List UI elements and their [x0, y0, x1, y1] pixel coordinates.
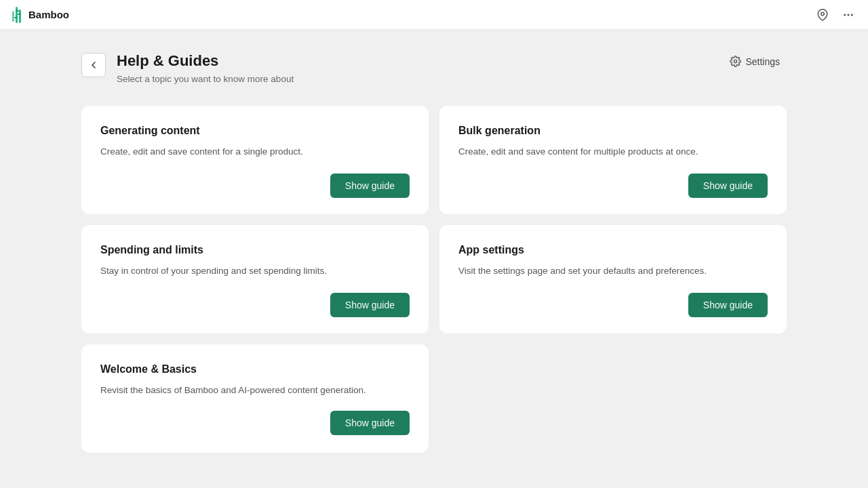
card-footer: Show guide [100, 174, 410, 198]
svg-point-9 [851, 14, 853, 16]
svg-point-8 [848, 14, 850, 16]
app-name: Bamboo [28, 9, 69, 20]
page-header: Help & Guides Select a topic you want to… [81, 52, 787, 84]
cards-grid: Generating content Create, edit and save… [81, 106, 787, 453]
card-footer: Show guide [458, 293, 768, 317]
svg-rect-4 [18, 14, 21, 15]
more-options-button[interactable] [840, 6, 857, 24]
page-title: Help & Guides [117, 52, 294, 71]
card-generating-content: Generating content Create, edit and save… [81, 106, 429, 214]
svg-rect-3 [16, 10, 19, 12]
card-title: Welcome & Basics [100, 363, 410, 375]
card-title: App settings [458, 244, 768, 256]
gear-icon [730, 56, 741, 67]
more-icon [842, 9, 854, 21]
card-description: Stay in control of your spending and set… [100, 264, 410, 278]
svg-rect-0 [16, 7, 18, 23]
back-arrow-icon [88, 60, 99, 70]
card-content: Generating content Create, edit and save… [100, 125, 410, 159]
page-subtitle: Select a topic you want to know more abo… [117, 74, 294, 84]
show-guide-button-spending-limits[interactable]: Show guide [330, 293, 410, 317]
back-button[interactable] [81, 53, 106, 77]
card-spending-and-limits: Spending and limits Stay in control of y… [81, 225, 429, 333]
card-content: App settings Visit the settings page and… [458, 244, 768, 278]
svg-rect-5 [14, 17, 18, 18]
card-bulk-generation: Bulk generation Create, edit and save co… [439, 106, 787, 214]
settings-label: Settings [745, 56, 780, 67]
card-footer: Show guide [100, 293, 410, 317]
svg-point-6 [821, 12, 825, 16]
pin-button[interactable] [814, 6, 831, 24]
svg-rect-1 [19, 9, 21, 23]
card-description: Revisit the basics of Bamboo and AI-powe… [100, 384, 410, 397]
topbar: Bamboo [0, 0, 868, 30]
card-title: Generating content [100, 125, 410, 137]
bamboo-logo: Bamboo [11, 7, 69, 23]
page-title-group: Help & Guides Select a topic you want to… [117, 52, 294, 84]
svg-point-10 [734, 60, 737, 62]
show-guide-button-generating-content[interactable]: Show guide [330, 174, 410, 198]
pin-icon [816, 9, 829, 21]
show-guide-button-welcome-basics[interactable]: Show guide [330, 411, 410, 435]
topbar-right [814, 6, 857, 24]
show-guide-button-app-settings[interactable]: Show guide [688, 293, 768, 317]
card-footer: Show guide [100, 411, 410, 435]
card-content: Spending and limits Stay in control of y… [100, 244, 410, 278]
card-app-settings: App settings Visit the settings page and… [439, 225, 787, 333]
bamboo-logo-icon [11, 7, 24, 23]
topbar-left: Bamboo [11, 7, 69, 23]
card-description: Create, edit and save content for a sing… [100, 145, 410, 159]
main-content: Help & Guides Select a topic you want to… [0, 30, 868, 488]
card-title: Spending and limits [100, 244, 410, 256]
show-guide-button-bulk-generation[interactable]: Show guide [688, 174, 768, 198]
svg-point-7 [844, 14, 846, 16]
card-content: Welcome & Basics Revisit the basics of B… [100, 363, 410, 397]
card-description: Create, edit and save content for multip… [458, 145, 768, 159]
svg-rect-2 [12, 11, 14, 22]
card-title: Bulk generation [458, 125, 768, 137]
settings-button[interactable]: Settings [723, 52, 787, 71]
card-content: Bulk generation Create, edit and save co… [458, 125, 768, 159]
card-welcome-basics: Welcome & Basics Revisit the basics of B… [81, 344, 429, 453]
card-footer: Show guide [458, 174, 768, 198]
card-description: Visit the settings page and set your def… [458, 264, 768, 278]
page-header-left: Help & Guides Select a topic you want to… [81, 52, 294, 84]
